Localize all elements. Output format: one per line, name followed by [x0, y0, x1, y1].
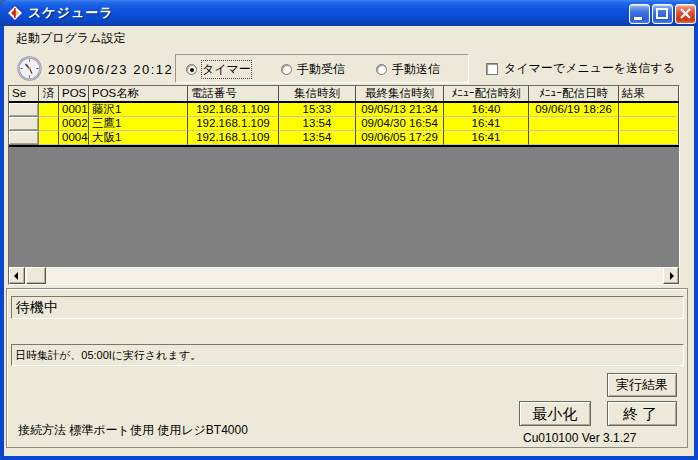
table-cell[interactable]: 三鷹1 [89, 117, 188, 131]
radio-manual-receive[interactable]: 手動受信 [281, 61, 345, 78]
execution-result-button[interactable]: 実行結果 [607, 373, 677, 397]
radio-selected-icon [186, 64, 197, 75]
table-cell[interactable]: 藤沢1 [89, 103, 188, 117]
column-header[interactable]: 電話番号 [188, 86, 279, 101]
table-cell[interactable] [39, 117, 59, 131]
table-cell[interactable]: 192.168.1.109 [188, 103, 279, 117]
table-cell[interactable] [39, 131, 59, 145]
column-header[interactable]: 結果 [619, 86, 679, 101]
scroll-left-button[interactable] [9, 267, 25, 284]
table-cell[interactable]: 13:54 [279, 117, 356, 131]
maximize-icon [653, 5, 672, 23]
table-cell[interactable]: 09/04/30 16:54 [356, 117, 444, 131]
close-icon [676, 5, 695, 23]
current-datetime: 2009/06/23 20:12 [48, 62, 173, 77]
table-cell[interactable]: 15:33 [279, 103, 356, 117]
table-end-divider [9, 145, 679, 147]
checkbox-label: タイマーでメニューを送信する [504, 60, 675, 77]
table-cell[interactable] [529, 131, 619, 145]
table-cell[interactable]: 大阪1 [89, 131, 188, 145]
checkbox-icon [486, 63, 498, 75]
close-window-button[interactable] [675, 4, 696, 24]
column-header[interactable]: 最終集信時刻 [356, 86, 444, 101]
table-cell[interactable] [619, 117, 679, 131]
column-header[interactable]: POS [59, 86, 89, 101]
radio-timer[interactable]: タイマー [186, 61, 251, 78]
column-header[interactable]: 集信時刻 [279, 86, 356, 101]
column-header[interactable]: POS名称 [89, 86, 188, 101]
minimize-app-button[interactable]: 最小化 [519, 401, 591, 426]
table-row[interactable]: 0004大阪1192.168.1.10913:5409/06/05 17:291… [9, 131, 679, 145]
column-header[interactable]: Se [9, 86, 39, 101]
table-cell[interactable]: 16:40 [444, 103, 529, 117]
window-title: スケジューラ [28, 4, 114, 22]
clock-icon [17, 56, 42, 81]
schedule-table: Se済POSPOS名称電話番号集信時刻最終集信時刻ﾒﾆｭｰ配信時刻ﾒﾆｭｰ配信日… [8, 85, 680, 285]
table-cell[interactable]: 0004 [59, 131, 89, 145]
minimize-window-button[interactable] [629, 4, 650, 24]
column-header[interactable]: ﾒﾆｭｰ配信時刻 [444, 86, 529, 101]
table-header: Se済POSPOS名称電話番号集信時刻最終集信時刻ﾒﾆｭｰ配信時刻ﾒﾆｭｰ配信日… [9, 86, 679, 103]
radio-unselected-icon [376, 64, 387, 75]
status-state-box: 待機中 [11, 296, 684, 319]
scrollbar-thumb[interactable] [26, 267, 46, 284]
table-row[interactable]: 0002三鷹1192.168.1.10913:5409/04/30 16:541… [9, 117, 679, 131]
minimize-icon [630, 5, 649, 23]
maximize-window-button[interactable] [652, 4, 673, 24]
scroll-right-button[interactable] [663, 267, 679, 284]
horizontal-scrollbar[interactable] [9, 267, 679, 284]
table-cell[interactable]: 16:41 [444, 131, 529, 145]
exit-button[interactable]: 終了 [607, 401, 677, 426]
client-area: 起動プログラム設定 2009/06/23 20:12 タイマー 手動受信 [4, 26, 694, 456]
menu-bar: 起動プログラム設定 [4, 26, 694, 47]
status-panel: 待機中 日時集計が、05:00Iに実行されます。 実行結果 最小化 終了 接続方… [6, 288, 688, 448]
radio-manual-send[interactable]: 手動送信 [376, 61, 440, 78]
table-cell[interactable] [529, 117, 619, 131]
menu-item-startup-program-settings[interactable]: 起動プログラム設定 [12, 29, 129, 48]
table-cell[interactable]: 192.168.1.109 [188, 117, 279, 131]
table-cell[interactable]: 0002 [59, 117, 89, 131]
radio-timer-label: タイマー [202, 61, 251, 78]
app-window: スケジューラ 起動プログラム設定 2009/06/23 20:12 [0, 0, 698, 460]
send-menu-by-timer-checkbox[interactable]: タイマーでメニューを送信する [486, 60, 675, 77]
titlebar: スケジューラ [0, 0, 698, 26]
table-body: 0001藤沢1192.168.1.10915:3309/05/13 21:341… [9, 103, 679, 145]
app-icon [7, 5, 23, 21]
status-message-box: 日時集計が、05:00Iに実行されます。 [11, 344, 684, 366]
table-cell[interactable]: 192.168.1.109 [188, 131, 279, 145]
table-cell[interactable] [619, 131, 679, 145]
connection-method-text: 接続方法 標準ポート使用 使用レジBT4000 [18, 422, 248, 439]
table-cell[interactable] [39, 103, 59, 117]
table-cell[interactable] [619, 103, 679, 117]
radio-manual-send-label: 手動送信 [392, 61, 440, 78]
arrow-left-icon [14, 272, 18, 280]
column-header[interactable]: 済 [39, 86, 59, 101]
row-selector-cell[interactable] [9, 131, 39, 145]
mode-radio-group: タイマー 手動受信 手動送信 [175, 54, 469, 83]
table-cell[interactable]: 09/06/19 18:26 [529, 103, 619, 117]
table-cell[interactable]: 0001 [59, 103, 89, 117]
table-cell[interactable]: 09/06/05 17:29 [356, 131, 444, 145]
radio-unselected-icon [281, 64, 292, 75]
version-text: Cu010100 Ver 3.1.27 [523, 431, 636, 445]
table-cell[interactable]: 09/05/13 21:34 [356, 103, 444, 117]
row-selector-cell[interactable] [9, 117, 39, 131]
arrow-right-icon [670, 272, 674, 280]
table-cell[interactable]: 13:54 [279, 131, 356, 145]
row-selector-cell[interactable] [9, 103, 39, 117]
radio-manual-receive-label: 手動受信 [297, 61, 345, 78]
column-header[interactable]: ﾒﾆｭｰ配信日時 [529, 86, 619, 101]
table-row[interactable]: 0001藤沢1192.168.1.10915:3309/05/13 21:341… [9, 103, 679, 117]
table-cell[interactable]: 16:41 [444, 117, 529, 131]
